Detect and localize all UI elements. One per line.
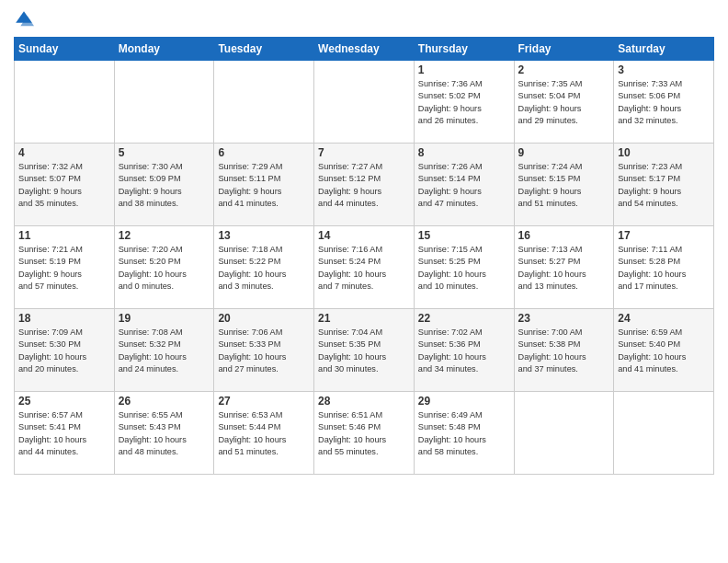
calendar-cell: 25Sunrise: 6:57 AM Sunset: 5:41 PM Dayli… <box>15 392 115 475</box>
day-number: 15 <box>418 229 510 242</box>
day-info: Sunrise: 6:55 AM Sunset: 5:43 PM Dayligh… <box>119 409 210 458</box>
day-info: Sunrise: 7:26 AM Sunset: 5:14 PM Dayligh… <box>418 161 510 210</box>
day-info: Sunrise: 7:11 AM Sunset: 5:28 PM Dayligh… <box>618 244 710 293</box>
day-number: 17 <box>618 229 710 242</box>
day-info: Sunrise: 7:23 AM Sunset: 5:17 PM Dayligh… <box>618 161 710 210</box>
day-number: 1 <box>418 63 510 76</box>
day-info: Sunrise: 7:20 AM Sunset: 5:20 PM Dayligh… <box>119 244 210 293</box>
calendar-cell <box>114 61 214 144</box>
day-number: 25 <box>18 395 110 408</box>
day-number: 4 <box>18 146 110 159</box>
calendar-cell: 13Sunrise: 7:18 AM Sunset: 5:22 PM Dayli… <box>214 226 314 309</box>
day-number: 22 <box>418 312 510 325</box>
calendar-cell: 15Sunrise: 7:15 AM Sunset: 5:25 PM Dayli… <box>414 226 514 309</box>
weekday-header-saturday: Saturday <box>614 38 714 61</box>
day-number: 6 <box>218 146 310 159</box>
calendar-cell: 8Sunrise: 7:26 AM Sunset: 5:14 PM Daylig… <box>414 144 514 226</box>
day-number: 28 <box>318 395 410 408</box>
calendar-cell: 1Sunrise: 7:36 AM Sunset: 5:02 PM Daylig… <box>414 61 514 144</box>
day-info: Sunrise: 7:02 AM Sunset: 5:36 PM Dayligh… <box>418 327 510 375</box>
day-info: Sunrise: 7:21 AM Sunset: 5:19 PM Dayligh… <box>18 244 110 293</box>
calendar-cell: 6Sunrise: 7:29 AM Sunset: 5:11 PM Daylig… <box>214 144 314 226</box>
day-number: 14 <box>318 229 410 242</box>
logo <box>14 9 36 29</box>
day-info: Sunrise: 7:27 AM Sunset: 5:12 PM Dayligh… <box>318 161 410 210</box>
calendar-cell: 22Sunrise: 7:02 AM Sunset: 5:36 PM Dayli… <box>414 309 514 392</box>
calendar-cell: 12Sunrise: 7:20 AM Sunset: 5:20 PM Dayli… <box>114 226 214 309</box>
day-info: Sunrise: 7:00 AM Sunset: 5:38 PM Dayligh… <box>518 327 610 375</box>
calendar-cell: 29Sunrise: 6:49 AM Sunset: 5:48 PM Dayli… <box>414 392 514 475</box>
day-info: Sunrise: 6:51 AM Sunset: 5:46 PM Dayligh… <box>318 409 410 458</box>
weekday-header-tuesday: Tuesday <box>214 38 314 61</box>
calendar-cell: 4Sunrise: 7:32 AM Sunset: 5:07 PM Daylig… <box>15 144 115 226</box>
calendar-cell: 7Sunrise: 7:27 AM Sunset: 5:12 PM Daylig… <box>314 144 415 226</box>
day-info: Sunrise: 7:32 AM Sunset: 5:07 PM Dayligh… <box>18 161 110 210</box>
day-info: Sunrise: 7:13 AM Sunset: 5:27 PM Dayligh… <box>518 244 610 293</box>
day-number: 19 <box>119 312 210 325</box>
calendar-cell <box>614 392 714 475</box>
calendar-cell: 2Sunrise: 7:35 AM Sunset: 5:04 PM Daylig… <box>514 61 614 144</box>
calendar-week-4: 18Sunrise: 7:09 AM Sunset: 5:30 PM Dayli… <box>15 309 714 392</box>
calendar-cell: 24Sunrise: 6:59 AM Sunset: 5:40 PM Dayli… <box>614 309 714 392</box>
calendar-week-3: 11Sunrise: 7:21 AM Sunset: 5:19 PM Dayli… <box>15 226 714 309</box>
calendar-cell: 17Sunrise: 7:11 AM Sunset: 5:28 PM Dayli… <box>614 226 714 309</box>
day-info: Sunrise: 7:08 AM Sunset: 5:32 PM Dayligh… <box>119 327 210 375</box>
day-number: 11 <box>18 229 110 242</box>
calendar-cell <box>214 61 314 144</box>
calendar-week-2: 4Sunrise: 7:32 AM Sunset: 5:07 PM Daylig… <box>15 144 714 226</box>
day-number: 23 <box>518 312 610 325</box>
calendar-header-row: SundayMondayTuesdayWednesdayThursdayFrid… <box>15 38 714 61</box>
day-number: 24 <box>618 312 710 325</box>
day-number: 12 <box>119 229 210 242</box>
calendar-cell: 28Sunrise: 6:51 AM Sunset: 5:46 PM Dayli… <box>314 392 415 475</box>
calendar-cell: 14Sunrise: 7:16 AM Sunset: 5:24 PM Dayli… <box>314 226 415 309</box>
calendar-cell: 27Sunrise: 6:53 AM Sunset: 5:44 PM Dayli… <box>214 392 314 475</box>
calendar-cell: 23Sunrise: 7:00 AM Sunset: 5:38 PM Dayli… <box>514 309 614 392</box>
calendar-cell: 3Sunrise: 7:33 AM Sunset: 5:06 PM Daylig… <box>614 61 714 144</box>
day-number: 10 <box>618 146 710 159</box>
weekday-header-monday: Monday <box>114 38 214 61</box>
calendar-cell: 11Sunrise: 7:21 AM Sunset: 5:19 PM Dayli… <box>15 226 115 309</box>
day-info: Sunrise: 7:36 AM Sunset: 5:02 PM Dayligh… <box>418 78 510 127</box>
calendar-cell: 18Sunrise: 7:09 AM Sunset: 5:30 PM Dayli… <box>15 309 115 392</box>
page-header <box>14 9 714 29</box>
calendar-cell <box>314 61 415 144</box>
weekday-header-wednesday: Wednesday <box>314 38 415 61</box>
weekday-header-thursday: Thursday <box>414 38 514 61</box>
calendar-cell <box>15 61 115 144</box>
weekday-header-friday: Friday <box>514 38 614 61</box>
day-info: Sunrise: 7:33 AM Sunset: 5:06 PM Dayligh… <box>618 78 710 127</box>
day-info: Sunrise: 7:35 AM Sunset: 5:04 PM Dayligh… <box>518 78 610 127</box>
calendar-cell: 21Sunrise: 7:04 AM Sunset: 5:35 PM Dayli… <box>314 309 415 392</box>
calendar-cell: 19Sunrise: 7:08 AM Sunset: 5:32 PM Dayli… <box>114 309 214 392</box>
weekday-header-sunday: Sunday <box>15 38 115 61</box>
calendar-cell: 26Sunrise: 6:55 AM Sunset: 5:43 PM Dayli… <box>114 392 214 475</box>
day-info: Sunrise: 6:49 AM Sunset: 5:48 PM Dayligh… <box>418 409 510 458</box>
day-number: 27 <box>218 395 310 408</box>
day-number: 3 <box>618 63 710 76</box>
calendar-cell: 10Sunrise: 7:23 AM Sunset: 5:17 PM Dayli… <box>614 144 714 226</box>
day-info: Sunrise: 6:53 AM Sunset: 5:44 PM Dayligh… <box>218 409 310 458</box>
calendar-week-5: 25Sunrise: 6:57 AM Sunset: 5:41 PM Dayli… <box>15 392 714 475</box>
day-info: Sunrise: 7:04 AM Sunset: 5:35 PM Dayligh… <box>318 327 410 375</box>
day-number: 8 <box>418 146 510 159</box>
calendar-cell: 9Sunrise: 7:24 AM Sunset: 5:15 PM Daylig… <box>514 144 614 226</box>
day-number: 21 <box>318 312 410 325</box>
day-info: Sunrise: 7:16 AM Sunset: 5:24 PM Dayligh… <box>318 244 410 293</box>
day-number: 18 <box>18 312 110 325</box>
day-info: Sunrise: 6:59 AM Sunset: 5:40 PM Dayligh… <box>618 327 710 375</box>
calendar-cell: 5Sunrise: 7:30 AM Sunset: 5:09 PM Daylig… <box>114 144 214 226</box>
day-number: 20 <box>218 312 310 325</box>
calendar-cell <box>514 392 614 475</box>
logo-icon <box>14 9 34 29</box>
day-number: 5 <box>119 146 210 159</box>
day-info: Sunrise: 7:30 AM Sunset: 5:09 PM Dayligh… <box>119 161 210 210</box>
calendar-cell: 16Sunrise: 7:13 AM Sunset: 5:27 PM Dayli… <box>514 226 614 309</box>
day-info: Sunrise: 7:24 AM Sunset: 5:15 PM Dayligh… <box>518 161 610 210</box>
day-info: Sunrise: 7:15 AM Sunset: 5:25 PM Dayligh… <box>418 244 510 293</box>
day-number: 2 <box>518 63 610 76</box>
day-number: 9 <box>518 146 610 159</box>
day-number: 16 <box>518 229 610 242</box>
day-number: 7 <box>318 146 410 159</box>
day-info: Sunrise: 7:18 AM Sunset: 5:22 PM Dayligh… <box>218 244 310 293</box>
